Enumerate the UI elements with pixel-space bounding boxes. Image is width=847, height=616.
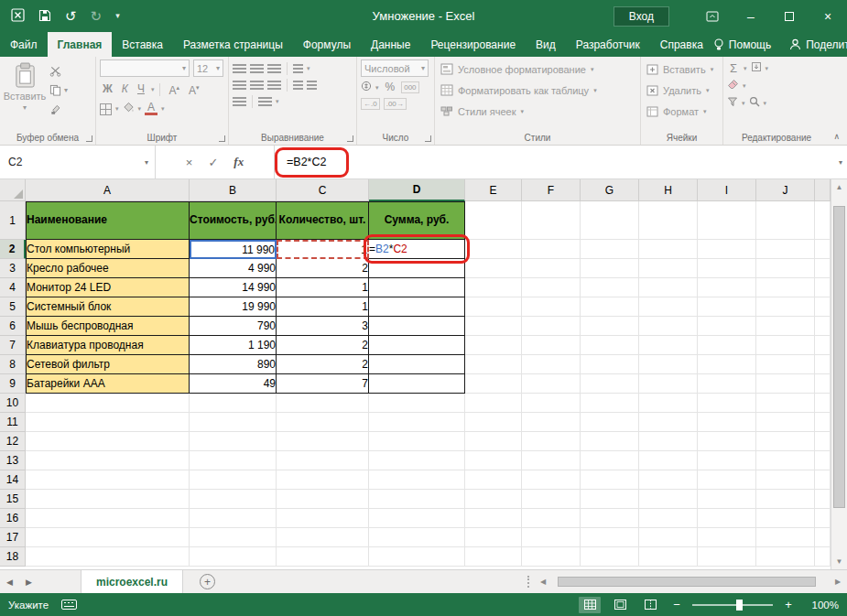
cell-B17[interactable] bbox=[190, 528, 277, 547]
italic-button[interactable]: К bbox=[119, 82, 131, 96]
page-break-view-button[interactable] bbox=[639, 597, 661, 613]
column-header-H[interactable]: H bbox=[639, 179, 698, 201]
cell-H10[interactable] bbox=[639, 394, 698, 413]
cell-A17[interactable] bbox=[26, 528, 190, 547]
conditional-formatting-button[interactable]: Условное форматирование ▾ bbox=[439, 59, 637, 79]
column-header-I[interactable]: I bbox=[698, 179, 756, 201]
tab-Данные[interactable]: Данные bbox=[361, 32, 420, 57]
cell-B3[interactable]: 4 990 bbox=[190, 259, 277, 278]
cell-H5[interactable] bbox=[639, 297, 698, 317]
cell-H17[interactable] bbox=[639, 528, 698, 547]
alignment-dialog-launcher-icon[interactable] bbox=[347, 135, 353, 142]
cell-J18[interactable] bbox=[756, 547, 815, 567]
cell-F10[interactable] bbox=[522, 394, 581, 413]
comma-style-button[interactable]: 000 bbox=[401, 81, 418, 93]
cell-E16[interactable] bbox=[465, 509, 522, 528]
scroll-up-arrow[interactable]: ▲ bbox=[831, 179, 847, 195]
cell-C6[interactable]: 3 bbox=[277, 317, 369, 336]
cell-A1[interactable]: Наименование bbox=[26, 201, 190, 240]
cell-A16[interactable] bbox=[26, 509, 190, 528]
wrap-text-icon[interactable] bbox=[233, 97, 246, 107]
column-header-J[interactable]: J bbox=[756, 179, 815, 201]
normal-view-button[interactable] bbox=[579, 597, 601, 613]
cell-D9[interactable] bbox=[369, 374, 465, 394]
cell-C11[interactable] bbox=[277, 413, 369, 432]
formula-bar-expand-icon[interactable]: ▾ bbox=[839, 146, 842, 178]
tab-Справка[interactable]: Справка bbox=[650, 32, 713, 57]
cell-J6[interactable] bbox=[756, 317, 815, 336]
scroll-down-arrow[interactable]: ▼ bbox=[831, 554, 847, 569]
cell-B2[interactable]: 11 990 bbox=[190, 240, 277, 259]
cell-G11[interactable] bbox=[581, 413, 639, 432]
undo-icon[interactable]: ↺ bbox=[65, 9, 77, 23]
collapse-ribbon-icon[interactable]: ∧ bbox=[833, 132, 840, 141]
underline-button[interactable]: Ч bbox=[135, 82, 147, 96]
horizontal-scroll-track[interactable] bbox=[550, 576, 831, 588]
sort-filter-button[interactable] bbox=[727, 96, 738, 110]
cell-H16[interactable] bbox=[639, 509, 698, 528]
cell-B4[interactable]: 14 990 bbox=[190, 278, 277, 297]
cell-H7[interactable] bbox=[639, 336, 698, 355]
cell-E6[interactable] bbox=[465, 317, 522, 336]
cell-F2[interactable] bbox=[522, 240, 581, 259]
cell-F6[interactable] bbox=[522, 317, 581, 336]
vertical-scroll-thumb[interactable] bbox=[833, 206, 845, 508]
cell-C18[interactable] bbox=[277, 547, 369, 567]
cell-C15[interactable] bbox=[277, 490, 369, 509]
scroll-right-arrow[interactable]: ▶ bbox=[831, 578, 845, 586]
cell-E18[interactable] bbox=[465, 547, 522, 567]
cell-A11[interactable] bbox=[26, 413, 190, 432]
cell-J12[interactable] bbox=[756, 432, 815, 451]
delete-cells-button[interactable]: Удалить ▾ bbox=[645, 81, 720, 100]
sheet-nav-left-icon[interactable]: ◀ bbox=[0, 570, 19, 593]
cell-G15[interactable] bbox=[581, 490, 639, 509]
tab-splitter-handle[interactable] bbox=[527, 576, 534, 588]
zoom-slider-thumb[interactable] bbox=[736, 600, 743, 611]
cell-B15[interactable] bbox=[190, 490, 277, 509]
scroll-left-arrow[interactable]: ◀ bbox=[536, 578, 550, 586]
cell-H6[interactable] bbox=[639, 317, 698, 336]
row-header-12[interactable]: 12 bbox=[0, 432, 26, 451]
select-all-corner[interactable] bbox=[0, 179, 26, 201]
column-header-A[interactable]: A bbox=[26, 179, 190, 201]
borders-icon[interactable] bbox=[100, 103, 112, 115]
cell-F15[interactable] bbox=[522, 490, 581, 509]
increase-indent-icon[interactable] bbox=[307, 81, 317, 91]
orientation-icon[interactable] bbox=[293, 64, 303, 74]
minimize-button[interactable]: – bbox=[732, 0, 770, 32]
cell-A6[interactable]: Мышь беспроводная bbox=[26, 317, 190, 336]
cell-H9[interactable] bbox=[639, 374, 698, 394]
fill-button[interactable] bbox=[751, 61, 762, 75]
cell-A18[interactable] bbox=[26, 547, 190, 567]
cell-H14[interactable] bbox=[639, 470, 698, 490]
cell-C14[interactable] bbox=[277, 470, 369, 490]
row-header-2[interactable]: 2 bbox=[0, 240, 26, 259]
cell-F13[interactable] bbox=[522, 451, 581, 470]
font-dialog-launcher-icon[interactable] bbox=[219, 135, 225, 142]
find-select-button[interactable] bbox=[749, 96, 760, 110]
cell-G1[interactable] bbox=[581, 201, 639, 240]
cell-D10[interactable] bbox=[369, 394, 465, 413]
row-header-5[interactable]: 5 bbox=[0, 297, 26, 317]
tab-Вид[interactable]: Вид bbox=[526, 32, 566, 57]
cell-F12[interactable] bbox=[522, 432, 581, 451]
cell-J8[interactable] bbox=[756, 355, 815, 374]
cell-D2[interactable]: =B2*C2 bbox=[369, 240, 465, 259]
cell-C16[interactable] bbox=[277, 509, 369, 528]
save-icon[interactable] bbox=[38, 9, 51, 24]
font-name-select[interactable]: ▾ bbox=[100, 59, 190, 77]
cell-G5[interactable] bbox=[581, 297, 639, 317]
row-header-10[interactable]: 10 bbox=[0, 394, 26, 413]
cell-C4[interactable]: 1 bbox=[277, 278, 369, 297]
cell-D1[interactable]: Сумма, руб. bbox=[369, 201, 465, 240]
cell-C13[interactable] bbox=[277, 451, 369, 470]
cell-G13[interactable] bbox=[581, 451, 639, 470]
cell-D4[interactable] bbox=[369, 278, 465, 297]
sheet-tab-microexcel[interactable]: microexcel.ru bbox=[81, 570, 183, 593]
cell-I12[interactable] bbox=[698, 432, 756, 451]
cell-J9[interactable] bbox=[756, 374, 815, 394]
cell-A12[interactable] bbox=[26, 432, 190, 451]
cell-E2[interactable] bbox=[465, 240, 522, 259]
cell-G12[interactable] bbox=[581, 432, 639, 451]
cell-A10[interactable] bbox=[26, 394, 190, 413]
